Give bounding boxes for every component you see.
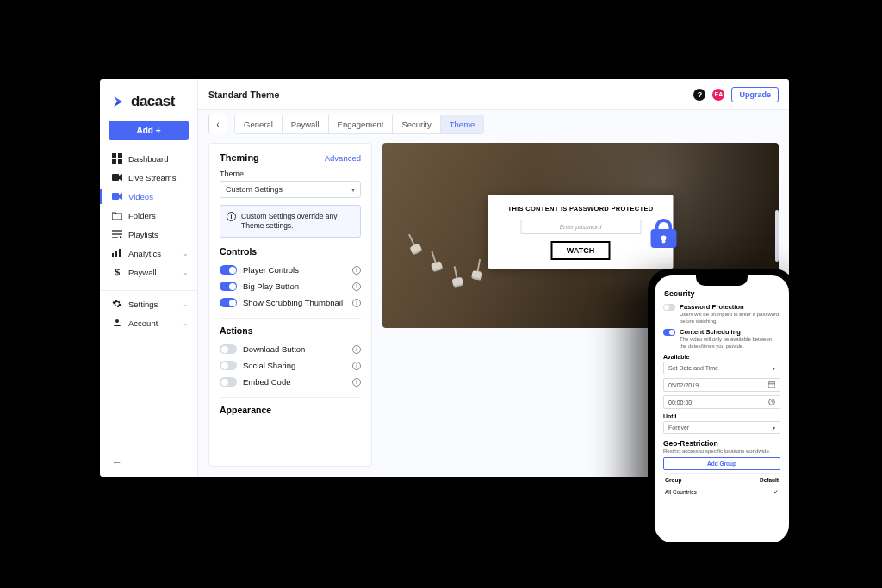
toggle-desc: The video will only be available between… (680, 337, 780, 350)
help-icon[interactable]: ? (693, 89, 705, 101)
sidebar-item-settings[interactable]: Settings ⌄ (100, 294, 197, 313)
geo-table-row[interactable]: All Countries ✓ (663, 486, 780, 498)
sidebar-item-dashboard[interactable]: Dashboard (100, 149, 197, 168)
sidebar-item-label: Analytics (128, 249, 161, 258)
clock-icon (768, 399, 775, 405)
add-button[interactable]: Add + (109, 121, 189, 140)
svg-text:$: $ (115, 267, 120, 277)
chevron-down-icon: ▾ (773, 365, 775, 371)
password-input[interactable]: Enter password (520, 220, 641, 234)
avatar[interactable]: EA (712, 89, 724, 101)
notice-text: Custom Settings override any Theme setti… (241, 212, 354, 231)
svg-rect-3 (118, 159, 122, 164)
svg-rect-2 (112, 159, 116, 164)
toggle-switch[interactable] (220, 377, 237, 387)
playlist-icon (112, 229, 122, 239)
available-select[interactable]: Set Date and Time▾ (663, 362, 780, 374)
collapse-sidebar-button[interactable]: ← (100, 456, 197, 477)
toggle-switch[interactable] (220, 298, 237, 307)
phone-toggle-password-protection[interactable]: Password Protection Users will be prompt… (663, 303, 780, 325)
sidebar-item-folders[interactable]: Folders (100, 206, 197, 225)
logo: dacast (100, 88, 197, 121)
toggle-embed-code[interactable]: Embed Code i (220, 374, 361, 390)
tab-engagement[interactable]: Engagement (329, 115, 394, 133)
geo-heading: Geo-Restriction (663, 439, 780, 448)
tab-paywall[interactable]: Paywall (283, 115, 329, 133)
theming-heading: Theming (220, 152, 259, 163)
toggle-title: Password Protection (680, 303, 780, 311)
sidebar-item-label: Playlists (128, 230, 158, 239)
upgrade-button[interactable]: Upgrade (731, 87, 779, 102)
info-icon[interactable]: i (352, 362, 361, 370)
toggle-switch[interactable] (220, 282, 237, 291)
available-label: Available (663, 354, 780, 360)
col-group: Group (665, 477, 682, 483)
toggle-label: Big Play Button (243, 282, 299, 291)
sidebar-item-label: Account (128, 319, 158, 328)
sidebar-item-label: Live Streams (128, 173, 176, 183)
toggle-title: Content Scheduling (680, 328, 780, 336)
toggle-download-button[interactable]: Download Button i (220, 341, 361, 357)
toggle-player-controls[interactable]: Player Controls i (220, 262, 361, 278)
phone-toggle-content-scheduling[interactable]: Content Scheduling The video will only b… (663, 328, 780, 350)
phone-notch (696, 275, 748, 286)
sidebar-item-playlists[interactable]: Playlists (100, 225, 197, 244)
info-icon[interactable]: i (352, 378, 361, 387)
sidebar-item-paywall[interactable]: $ Paywall ⌄ (100, 263, 197, 282)
calendar-icon (768, 381, 775, 388)
gear-icon (112, 299, 122, 309)
info-icon[interactable]: i (352, 299, 361, 307)
info-icon[interactable]: i (352, 266, 361, 275)
time-input[interactable]: 00:00:00 (663, 395, 780, 409)
toggle-switch[interactable] (663, 329, 675, 336)
chevron-down-icon: ⌄ (183, 250, 189, 257)
svg-rect-10 (115, 251, 117, 257)
toggle-label: Player Controls (243, 265, 299, 275)
info-icon[interactable]: i (352, 282, 361, 291)
appearance-heading: Appearance (220, 405, 361, 415)
chevron-down-icon: ⌄ (183, 300, 189, 308)
back-button[interactable]: ‹ (208, 115, 227, 133)
add-group-button[interactable]: Add Group (663, 457, 780, 470)
tab-security[interactable]: Security (393, 115, 440, 133)
info-notice: i Custom Settings override any Theme set… (220, 205, 361, 238)
sidebar-item-label: Videos (128, 192, 153, 201)
toggle-label: Social Sharing (243, 361, 295, 370)
logo-icon (112, 94, 127, 109)
watch-button[interactable]: WATCH (551, 241, 610, 260)
sidebar-item-label: Dashboard (128, 154, 168, 164)
sidebar-item-livestreams[interactable]: Live Streams (100, 168, 197, 187)
toggle-switch[interactable] (663, 304, 675, 311)
dashboard-icon (112, 153, 122, 164)
phone-security-heading: Security (664, 289, 780, 298)
date-input[interactable]: 05/02/2019 (663, 378, 780, 392)
advanced-link[interactable]: Advanced (325, 153, 361, 163)
sidebar-item-analytics[interactable]: Analytics ⌄ (100, 244, 197, 263)
info-icon[interactable]: i (352, 345, 361, 354)
tab-theme[interactable]: Theme (441, 115, 484, 133)
account-icon (112, 318, 122, 328)
toggle-big-play-button[interactable]: Big Play Button i (220, 278, 361, 294)
chevron-down-icon: ▾ (351, 186, 355, 194)
video-icon (112, 191, 122, 201)
phone-mockup: Security Password Protection Users will … (648, 269, 796, 549)
theme-select[interactable]: Custom Settings ▾ (220, 181, 361, 198)
svg-rect-14 (768, 382, 775, 388)
svg-rect-4 (112, 174, 119, 181)
svg-rect-0 (112, 153, 116, 158)
controls-heading: Controls (220, 246, 361, 257)
tab-general[interactable]: General (235, 115, 283, 133)
geo-table-header: Group Default (663, 473, 780, 486)
toggle-switch[interactable] (220, 265, 237, 275)
check-icon: ✓ (773, 489, 779, 496)
toggle-social-sharing[interactable]: Social Sharing i (220, 357, 361, 374)
geo-desc: Restrict access to specific locations wo… (663, 449, 780, 454)
toggle-switch[interactable] (220, 361, 237, 370)
sidebar-item-videos[interactable]: Videos (100, 187, 197, 206)
theme-label: Theme (220, 170, 361, 178)
until-select[interactable]: Forever▾ (663, 421, 780, 434)
sidebar-item-account[interactable]: Account ⌄ (100, 313, 197, 332)
phone-screen: Security Password Protection Users will … (655, 275, 789, 542)
toggle-switch[interactable] (220, 344, 237, 354)
toggle-scrubbing-thumbnail[interactable]: Show Scrubbing Thumbnail i (220, 294, 361, 311)
